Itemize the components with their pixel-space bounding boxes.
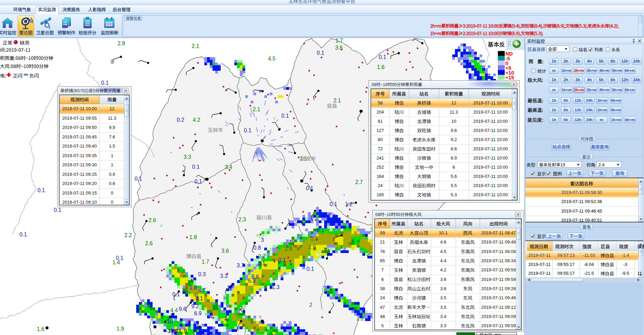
svg-text:0.1: 0.1	[330, 201, 337, 207]
svg-text:2.1: 2.1	[192, 43, 199, 49]
svg-text:1.8: 1.8	[189, 234, 197, 240]
svg-text:1.7: 1.7	[202, 259, 209, 265]
svg-text:2.6: 2.6	[148, 217, 156, 223]
svg-text:0.1: 0.1	[172, 291, 180, 297]
svg-text:4.1: 4.1	[195, 296, 203, 301]
svg-text:0.1: 0.1	[258, 261, 265, 266]
svg-text:0: 0	[111, 59, 114, 65]
svg-text:0.8: 0.8	[253, 245, 261, 251]
svg-text:0.1: 0.1	[194, 179, 202, 184]
svg-text:6.9: 6.9	[194, 311, 202, 316]
svg-text:2.8: 2.8	[117, 40, 125, 46]
svg-text:3.7: 3.7	[237, 263, 244, 268]
svg-text:2.5: 2.5	[300, 156, 307, 162]
svg-text:3.4: 3.4	[225, 164, 232, 170]
svg-text:4.4: 4.4	[170, 307, 178, 313]
svg-text:0.1: 0.1	[306, 185, 313, 191]
svg-text:2.6: 2.6	[145, 240, 153, 246]
svg-text:1.4: 1.4	[112, 259, 120, 265]
svg-text:0.1: 0.1	[192, 164, 200, 170]
svg-text:2: 2	[309, 302, 312, 308]
svg-text:1.6: 1.6	[377, 64, 384, 70]
svg-text:1.2: 1.2	[345, 201, 352, 207]
svg-text:0.1: 0.1	[317, 227, 324, 233]
svg-text:2.2: 2.2	[124, 232, 132, 238]
svg-text:0.2: 0.2	[328, 213, 335, 219]
svg-text:3.3: 3.3	[220, 273, 227, 279]
svg-text:1.9: 1.9	[116, 326, 124, 332]
svg-text:0.1: 0.1	[317, 50, 324, 56]
svg-text:9.6: 9.6	[179, 306, 186, 312]
svg-text:11.3: 11.3	[269, 284, 280, 290]
svg-text:0.1: 0.1	[101, 80, 109, 86]
svg-text:1.2: 1.2	[177, 268, 185, 274]
svg-text:-11.03: -11.03	[166, 328, 181, 334]
svg-text:0.1: 0.1	[19, 232, 27, 237]
svg-text:2.6: 2.6	[285, 246, 292, 252]
svg-text:5.3: 5.3	[248, 278, 255, 284]
svg-text:1.8: 1.8	[189, 285, 197, 290]
svg-text:0.1: 0.1	[307, 266, 314, 272]
svg-text:2.1: 2.1	[151, 316, 158, 321]
svg-text:3.6: 3.6	[335, 45, 343, 51]
svg-text:3.6: 3.6	[221, 248, 229, 254]
svg-text:2.9: 2.9	[308, 244, 316, 250]
svg-text:1.7: 1.7	[335, 38, 343, 44]
svg-text:0.1: 0.1	[54, 207, 61, 213]
svg-text:3.3: 3.3	[184, 154, 191, 160]
svg-text:4.5: 4.5	[268, 56, 276, 62]
svg-text:2.2: 2.2	[357, 316, 364, 321]
svg-text:10: 10	[167, 319, 173, 324]
svg-text:2.2: 2.2	[311, 236, 318, 241]
svg-text:4.7: 4.7	[198, 287, 206, 293]
svg-text:1.6: 1.6	[37, 326, 44, 332]
svg-text:2.1: 2.1	[253, 106, 260, 112]
svg-text:0.1: 0.1	[135, 176, 142, 182]
svg-text:3: 3	[261, 237, 264, 243]
svg-text:12: 12	[227, 285, 233, 291]
svg-text:2.7: 2.7	[355, 179, 363, 185]
svg-text:0.1: 0.1	[37, 187, 45, 193]
svg-text:0.1: 0.1	[281, 113, 289, 119]
svg-text:0.2: 0.2	[177, 117, 184, 123]
svg-text:4.2: 4.2	[193, 117, 200, 123]
svg-text:0.3: 0.3	[198, 271, 206, 277]
svg-text:0: 0	[241, 307, 244, 313]
svg-text:2.2: 2.2	[258, 253, 266, 259]
svg-text:0.1: 0.1	[278, 257, 286, 263]
svg-text:0.1: 0.1	[379, 54, 386, 60]
svg-text:0.1: 0.1	[244, 128, 251, 133]
svg-text:9: 9	[184, 328, 187, 334]
svg-text:2.3: 2.3	[238, 217, 246, 222]
svg-text:2.1: 2.1	[333, 98, 341, 103]
svg-text:9.2: 9.2	[191, 303, 199, 309]
svg-text:+15: +15	[505, 74, 514, 80]
